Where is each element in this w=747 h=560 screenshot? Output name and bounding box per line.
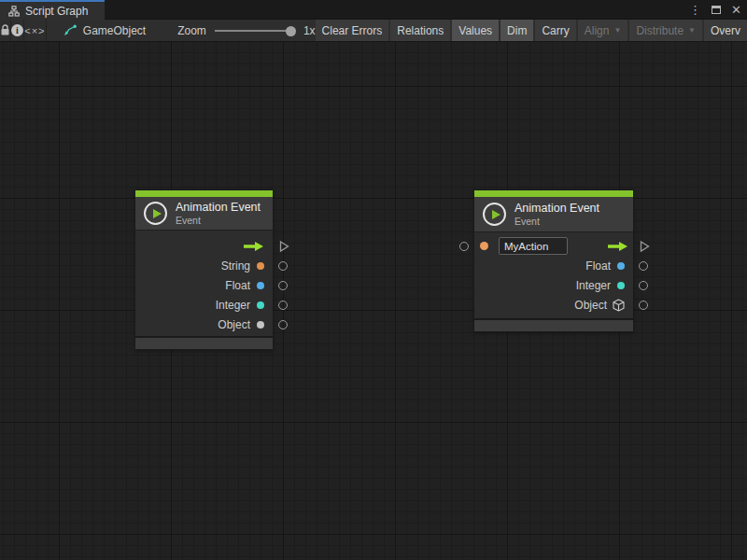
- values-label: Values: [458, 24, 492, 37]
- node-body: String Float Integer Object: [135, 231, 273, 336]
- port-label: String: [221, 259, 250, 273]
- clear-errors-label: Clear Errors: [322, 24, 383, 37]
- tab-title: Script Graph: [25, 5, 88, 18]
- zoom-slider-handle[interactable]: [286, 26, 296, 36]
- node-subtitle: Event: [514, 216, 599, 227]
- code-preview-button[interactable]: <×>: [24, 20, 47, 41]
- window-controls: ⋮ ✕: [689, 0, 741, 20]
- values-button[interactable]: Values: [452, 20, 499, 41]
- chevron-down-icon: ▼: [613, 26, 621, 35]
- node-animation-event-left[interactable]: Animation Event Event String: [135, 190, 273, 349]
- maximize-icon[interactable]: [712, 6, 721, 14]
- graph-target[interactable]: GameObject: [63, 20, 146, 41]
- graph-canvas[interactable]: Animation Event Event String: [0, 42, 747, 560]
- dim-label: Dim: [507, 24, 527, 37]
- node-body: Float Integer Object: [474, 232, 633, 318]
- flow-output-row: [135, 236, 273, 256]
- output-row-float: Float: [474, 256, 633, 275]
- node-header[interactable]: Animation Event Event: [135, 197, 273, 231]
- port-label: Integer: [216, 299, 250, 312]
- flow-output-port[interactable]: [279, 240, 289, 252]
- object-output-port[interactable]: [639, 301, 648, 310]
- dim-button[interactable]: Dim: [500, 20, 533, 41]
- relations-label: Relations: [397, 24, 444, 37]
- close-icon[interactable]: ✕: [731, 4, 741, 16]
- node-animation-event-right[interactable]: Animation Event Event: [474, 190, 633, 331]
- node-title: Animation Event: [514, 202, 599, 216]
- zoom-value: 1x: [303, 24, 316, 37]
- zoom-control: Zoom 1x: [177, 20, 315, 41]
- flow-arrow-icon: [607, 241, 628, 252]
- lock-icon: [0, 24, 10, 36]
- output-row-object: Object: [135, 315, 273, 334]
- flow-arrow-icon: [243, 241, 264, 252]
- float-type-dot: [257, 282, 264, 289]
- align-button[interactable]: Align ▼: [578, 20, 628, 41]
- node-footer: [135, 336, 273, 349]
- float-output-port[interactable]: [639, 261, 648, 271]
- output-row-float: Float: [135, 275, 273, 295]
- object-type-dot: [257, 321, 264, 329]
- zoom-slider-track[interactable]: [215, 30, 295, 32]
- node-footer: [474, 318, 633, 331]
- node-accent-bar: [135, 190, 273, 197]
- carry-button[interactable]: Carry: [535, 20, 575, 41]
- script-graph-window: Script Graph ⋮ ✕ i <×>: [0, 0, 747, 560]
- output-row-integer: Integer: [474, 275, 633, 295]
- info-button[interactable]: i: [11, 20, 24, 41]
- port-label: Object: [574, 299, 607, 312]
- action-input-port[interactable]: [459, 242, 469, 251]
- zoom-slider[interactable]: [215, 20, 295, 41]
- string-type-dot: [257, 262, 264, 270]
- tab-script-graph[interactable]: Script Graph: [0, 0, 105, 20]
- port-label: Integer: [576, 279, 611, 292]
- window-menu-icon[interactable]: ⋮: [689, 4, 701, 16]
- string-type-dot: [480, 242, 488, 250]
- output-row-integer: Integer: [135, 295, 273, 315]
- integer-output-port[interactable]: [639, 281, 648, 290]
- graph-toolbar: i <×> GameObject Zoom 1x Clear: [0, 20, 747, 42]
- toolbar-buttons: Clear Errors Relations Values Dim Carry …: [316, 20, 747, 41]
- integer-type-dot: [617, 282, 625, 289]
- float-output-port[interactable]: [278, 281, 288, 290]
- float-type-dot: [617, 262, 625, 270]
- cube-icon: [613, 299, 625, 312]
- integer-type-dot: [257, 301, 264, 309]
- script-machine-icon: [63, 24, 78, 36]
- action-name-field[interactable]: [499, 237, 568, 255]
- integer-output-port[interactable]: [278, 301, 288, 310]
- port-label: Float: [225, 279, 250, 292]
- port-label: Object: [218, 318, 250, 331]
- carry-label: Carry: [542, 24, 569, 37]
- output-row-string: String: [135, 256, 273, 275]
- event-play-icon: [483, 203, 506, 226]
- clear-errors-button[interactable]: Clear Errors: [316, 20, 389, 41]
- node-title: Animation Event: [176, 201, 261, 215]
- overview-button[interactable]: Overv: [704, 20, 747, 41]
- code-icon: <×>: [24, 25, 45, 36]
- output-row-object: Object: [474, 295, 633, 315]
- event-play-icon: [144, 202, 167, 225]
- flow-output-port[interactable]: [640, 240, 650, 252]
- action-input-row: [474, 236, 633, 256]
- tab-bar: Script Graph ⋮ ✕: [0, 0, 747, 20]
- node-accent-bar: [474, 190, 633, 197]
- info-icon: i: [11, 24, 23, 36]
- lock-button[interactable]: [0, 20, 11, 41]
- target-label: GameObject: [83, 24, 146, 37]
- node-header[interactable]: Animation Event Event: [474, 197, 633, 232]
- string-output-port[interactable]: [278, 261, 288, 271]
- zoom-label: Zoom: [177, 24, 206, 37]
- graph-hierarchy-icon: [8, 6, 20, 17]
- chevron-down-icon: ▼: [688, 26, 696, 35]
- port-label: Float: [585, 259, 611, 273]
- object-output-port[interactable]: [278, 320, 288, 329]
- relations-button[interactable]: Relations: [390, 20, 450, 41]
- distribute-label: Distribute: [636, 24, 684, 37]
- overview-label: Overv: [711, 24, 740, 37]
- node-subtitle: Event: [176, 215, 261, 226]
- align-label: Align: [585, 24, 610, 37]
- distribute-button[interactable]: Distribute ▼: [629, 20, 702, 41]
